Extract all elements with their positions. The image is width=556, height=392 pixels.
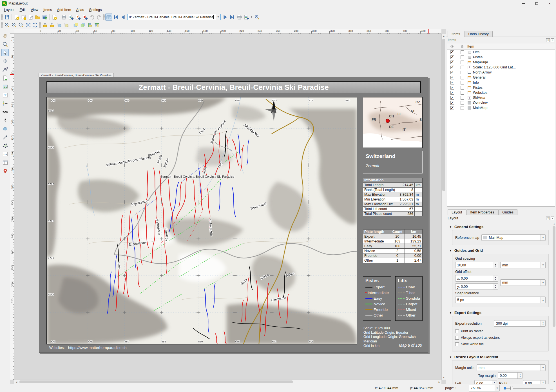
visibility-checkbox[interactable]: ✓ <box>450 81 454 84</box>
grid-offset-unit-combobox[interactable]: mm ▼ <box>500 279 546 286</box>
menu-settings[interactable]: Settings <box>87 8 104 12</box>
visibility-checkbox[interactable]: ✓ <box>450 66 454 69</box>
lock-checkbox[interactable] <box>461 55 464 59</box>
spinner-icon[interactable]: ▲▼ <box>493 284 498 289</box>
visibility-checkbox[interactable]: ✓ <box>450 91 454 95</box>
move-item-content-tool[interactable] <box>1 57 9 65</box>
close-panel-icon[interactable]: ✕ <box>551 217 554 220</box>
spinner-icon[interactable]: ▲▼ <box>517 373 522 378</box>
checkbox-box[interactable] <box>455 342 459 346</box>
left-margin-input[interactable]: 0,00 ▲▼ <box>474 380 497 384</box>
layout-page[interactable]: Zermatt - Breuil-Cervinia, Breuil-Cervin… <box>39 77 428 353</box>
maximize-button[interactable] <box>530 0 543 7</box>
item-row-scale-1-125-000-grid-lat-[interactable]: ✓TScale: 1:125.000 Grid Lat... <box>447 65 555 70</box>
add-scale-bar-tool[interactable] <box>1 108 9 115</box>
spinner-icon[interactable]: ▲▼ <box>541 380 545 384</box>
spinner-icon[interactable]: ▲▼ <box>492 380 497 384</box>
atlas-previous-feature-button[interactable] <box>119 14 126 21</box>
menu-items[interactable]: Items <box>41 8 54 12</box>
add-north-arrow-tool[interactable] <box>1 117 9 124</box>
item-row-lifts[interactable]: ✓Lifts <box>447 50 555 55</box>
scroll-down-icon[interactable]: ▼ <box>552 380 556 384</box>
layout-manager-button[interactable] <box>27 14 34 21</box>
lock-checkbox[interactable] <box>461 50 464 54</box>
tab-items[interactable]: Items <box>448 31 464 37</box>
lock-checkbox[interactable] <box>461 81 464 84</box>
item-row-websites[interactable]: ✓Websites <box>447 90 555 95</box>
float-panel-icon[interactable]: ❏ <box>546 38 550 42</box>
select-all-items-button[interactable] <box>55 22 62 29</box>
atlas-combo-dropdown-icon[interactable]: ▼ <box>216 14 220 20</box>
visibility-checkbox[interactable]: ✓ <box>450 61 454 64</box>
spinner-icon[interactable]: ▲▼ <box>493 275 498 281</box>
distribute-items-button[interactable] <box>93 22 100 29</box>
lower-items-button[interactable] <box>79 22 86 29</box>
add-picture-tool[interactable] <box>1 83 9 90</box>
export-pdf-button[interactable] <box>81 14 88 21</box>
pistes-legend-item[interactable]: Pistes ExpertIntermediateEasyNoviceFreer… <box>363 276 391 321</box>
close-button[interactable]: × <box>543 0 556 7</box>
scroll-down-icon[interactable]: ▼ <box>442 375 446 380</box>
checkbox-print-as-raster[interactable]: Print as raster <box>455 329 546 333</box>
dropdown-icon[interactable]: ▼ <box>495 385 499 391</box>
item-row-skiarea[interactable]: ✓TSkiArea <box>447 95 555 100</box>
redo-button[interactable] <box>95 14 102 21</box>
visibility-checkbox[interactable]: ✓ <box>450 71 454 74</box>
lock-checkbox[interactable] <box>461 106 464 110</box>
unlock-all-items-button[interactable] <box>48 22 55 29</box>
lock-checkbox[interactable] <box>461 91 464 95</box>
grid-offset-x-input[interactable]: x: 0,00 ▲▼ <box>455 275 498 282</box>
pan-tool[interactable] <box>1 32 9 39</box>
tab-undo-history[interactable]: Undo History <box>465 31 493 37</box>
export-settings-header[interactable]: ▼ Export Settings <box>449 311 550 315</box>
general-label-item[interactable]: Switzerland Zermatt <box>363 151 423 173</box>
websites-item[interactable]: Websites: https://www.matterhornparadise… <box>49 346 127 350</box>
lock-checkbox[interactable] <box>461 101 464 105</box>
open-layout-button[interactable] <box>34 14 41 21</box>
lock-checkbox[interactable] <box>461 71 464 74</box>
info-table-item[interactable]: InformationTotal Length214,45kmRank (Tot… <box>363 178 423 216</box>
atlas-last-feature-button[interactable] <box>229 14 236 21</box>
visibility-checkbox[interactable]: ✓ <box>450 86 454 90</box>
item-row-pistes[interactable]: ✓Pistes <box>447 55 555 60</box>
zoom-actual-button[interactable]: 1:1 <box>17 22 24 29</box>
atlas-toolbar-grip[interactable] <box>103 14 105 20</box>
atlas-feature-combobox[interactable]: 8: Zermatt - Breuil-Cervinia, Breuil-Cer… <box>127 14 221 20</box>
zoom-in-button[interactable] <box>3 22 10 29</box>
zoom-out-button[interactable] <box>10 22 17 29</box>
lock-checkbox[interactable] <box>461 76 464 79</box>
deselect-all-button[interactable] <box>62 22 70 29</box>
dropdown-icon[interactable]: ▼ <box>541 235 545 240</box>
add-shape-tool[interactable] <box>1 125 9 132</box>
export-svg-button[interactable] <box>74 14 81 21</box>
visibility-checkbox[interactable]: ✓ <box>450 101 454 105</box>
tab-guides[interactable]: Guides <box>498 209 517 215</box>
save-as-template-button[interactable] <box>41 14 48 21</box>
item-row-mappage[interactable]: ✓MapPage <box>447 60 555 65</box>
float-panel-icon[interactable]: ❏ <box>546 217 550 220</box>
dropdown-icon[interactable]: ▼ <box>541 262 545 268</box>
refresh-view-button[interactable] <box>32 22 39 29</box>
snap-tolerance-input[interactable]: 5 px ▲▼ <box>455 297 546 303</box>
lifts-legend-item[interactable]: Lifts ChairT-barGondolaCarpetMixedOther <box>395 276 423 321</box>
visibility-checkbox[interactable]: ✓ <box>450 50 454 54</box>
checkbox-box[interactable] <box>455 329 459 333</box>
minimize-button[interactable] <box>517 0 530 7</box>
zoom-tool[interactable] <box>1 41 9 48</box>
item-row-pistes[interactable]: ✓Pistes <box>447 85 555 90</box>
item-row-info[interactable]: ✓Info <box>447 80 555 85</box>
canvas-horizontal-scrollbar[interactable]: ◀ ▶ <box>14 380 441 384</box>
add-arrow-tool[interactable] <box>1 133 9 141</box>
checkbox-always-export-as-vectors[interactable]: Always export as vectors <box>455 336 546 340</box>
grid-spacing-unit-combobox[interactable]: mm ▼ <box>500 262 546 268</box>
print-atlas-button[interactable] <box>236 14 243 21</box>
overview-map-item[interactable]: FRCHLIATCZSIDEIT <box>363 97 423 148</box>
visibility-checkbox[interactable]: ✓ <box>450 76 454 79</box>
add-attribute-table-tool[interactable] <box>1 159 9 166</box>
export-image-button[interactable] <box>67 14 74 21</box>
guides-grid-header[interactable]: ▼ Guides and Grid <box>449 248 550 253</box>
zoom-slider-handle[interactable] <box>510 386 513 390</box>
dropdown-icon[interactable]: ▼ <box>541 280 545 286</box>
lock-checkbox[interactable] <box>461 61 464 64</box>
add-legend-tool[interactable] <box>1 100 9 107</box>
